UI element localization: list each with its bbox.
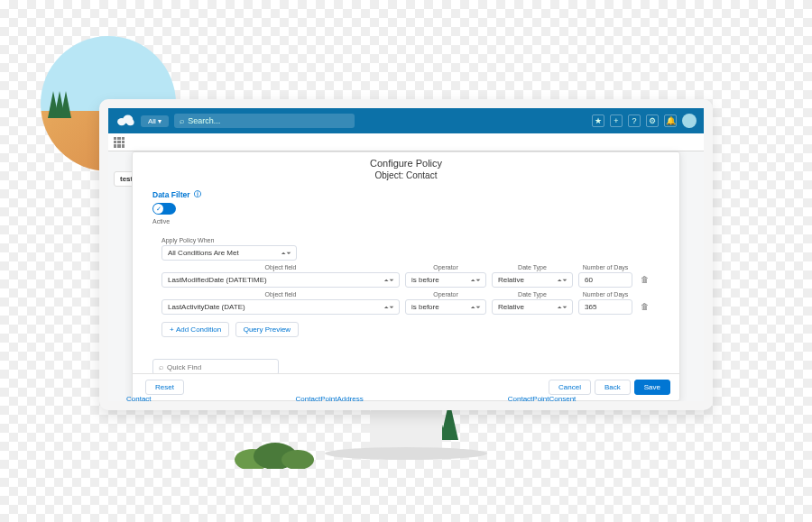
filter-conditions-box: Apply Policy When All Conditions Are Met… xyxy=(152,230,660,344)
check-icon: ✓ xyxy=(153,204,163,214)
apply-when-label: Apply Policy When xyxy=(161,237,651,243)
operator-select[interactable]: is before▲▼ xyxy=(405,299,486,315)
chevron-updown-icon: ▲▼ xyxy=(469,278,480,282)
condition-row: Object field LastModifiedDate (DATETIME)… xyxy=(161,264,651,288)
user-avatar[interactable] xyxy=(682,114,697,128)
days-input[interactable]: 365 xyxy=(578,299,632,315)
datetype-select[interactable]: Relative▲▼ xyxy=(492,272,573,288)
chevron-updown-icon: ▲▼ xyxy=(383,278,393,282)
field-select[interactable]: LastActivityDate (DATE)▲▼ xyxy=(161,299,400,315)
app-launcher-icon[interactable] xyxy=(114,137,125,148)
monitor-base xyxy=(325,447,487,460)
active-toggle[interactable]: ✓ xyxy=(152,203,176,215)
query-preview-button[interactable]: Query Preview xyxy=(235,322,299,337)
chevron-updown-icon: ▲▼ xyxy=(280,251,291,255)
setup-gear-icon[interactable]: ⚙ xyxy=(646,114,659,127)
configure-policy-modal: Configure Policy Object: Contact Data Fi… xyxy=(132,151,680,401)
search-icon: ⌕ xyxy=(159,362,163,371)
col-header-datetype: Date Type xyxy=(492,291,573,298)
chevron-updown-icon: ▲▼ xyxy=(469,305,480,309)
global-search[interactable]: ⌕ Search... xyxy=(174,114,355,128)
chevron-updown-icon: ▲▼ xyxy=(556,305,567,309)
quick-find-input[interactable]: ⌕ xyxy=(152,359,279,373)
header-utility-icons: ★ + ? ⚙ 🔔 xyxy=(592,114,697,128)
app-root: All ▾ ⌕ Search... ★ + ? ⚙ 🔔 test Configu… xyxy=(108,108,704,401)
field-select[interactable]: LastModifiedDate (DATETIME)▲▼ xyxy=(161,272,400,288)
link-contact[interactable]: Contact xyxy=(126,395,152,403)
add-condition-button[interactable]: + Add Condition xyxy=(161,322,229,337)
global-header: All ▾ ⌕ Search... ★ + ? ⚙ 🔔 xyxy=(108,108,704,133)
search-icon: ⌕ xyxy=(180,116,184,125)
back-button[interactable]: Back xyxy=(595,380,631,395)
condition-row: Object field LastActivityDate (DATE)▲▼ O… xyxy=(161,291,651,315)
notification-bell-icon[interactable]: 🔔 xyxy=(664,114,677,127)
svg-point-2 xyxy=(281,450,314,469)
modal-subtitle: Object: Contact xyxy=(133,170,679,186)
reset-button[interactable]: Reset xyxy=(145,380,184,395)
col-header-field: Object field xyxy=(161,291,400,298)
chevron-updown-icon: ▲▼ xyxy=(556,278,567,282)
modal-body: Data Filter ⓘ ✓ Active Apply Policy When… xyxy=(133,186,679,373)
data-filter-section-label: Data Filter ⓘ xyxy=(152,189,660,199)
cancel-button[interactable]: Cancel xyxy=(549,380,591,395)
apply-when-select[interactable]: All Conditions Are Met▲▼ xyxy=(161,245,297,261)
link-contactpointaddress[interactable]: ContactPointAddress xyxy=(296,395,364,403)
chevron-updown-icon: ▲▼ xyxy=(383,305,393,309)
monitor-frame: All ▾ ⌕ Search... ★ + ? ⚙ 🔔 test Configu… xyxy=(99,99,713,410)
scope-dropdown[interactable]: All ▾ xyxy=(141,115,169,127)
add-icon[interactable]: + xyxy=(610,114,623,127)
col-header-days: Number of Days xyxy=(578,291,632,298)
nav-tabs-bar xyxy=(108,133,704,151)
datetype-select[interactable]: Relative▲▼ xyxy=(492,299,573,315)
days-input[interactable]: 60 xyxy=(578,272,632,288)
delete-row-icon[interactable]: 🗑 xyxy=(638,298,651,315)
plus-icon: + xyxy=(170,325,176,334)
search-placeholder: Search... xyxy=(188,116,220,125)
delete-row-icon[interactable]: 🗑 xyxy=(638,271,651,288)
col-header-operator: Operator xyxy=(405,291,486,298)
bush-decoration xyxy=(235,433,316,469)
col-header-field: Object field xyxy=(161,264,400,270)
favorite-icon[interactable]: ★ xyxy=(592,114,604,127)
link-contactpointconsent[interactable]: ContactPointConsent xyxy=(508,395,577,403)
svg-point-5 xyxy=(126,119,134,125)
col-header-days: Number of Days xyxy=(578,264,632,270)
col-header-datetype: Date Type xyxy=(492,264,573,270)
col-header-operator: Operator xyxy=(405,264,486,270)
bottom-object-links: Contact ContactPointAddress ContactPoint… xyxy=(126,395,686,403)
page-canvas: test Configure Policy Object: Contact Da… xyxy=(108,151,704,401)
toggle-caption: Active xyxy=(152,218,660,224)
save-button[interactable]: Save xyxy=(634,380,670,395)
operator-select[interactable]: is before▲▼ xyxy=(405,272,486,288)
info-icon[interactable]: ⓘ xyxy=(194,189,201,199)
help-icon[interactable]: ? xyxy=(628,114,641,127)
modal-title: Configure Policy xyxy=(133,152,679,170)
salesforce-logo-icon xyxy=(115,113,135,129)
